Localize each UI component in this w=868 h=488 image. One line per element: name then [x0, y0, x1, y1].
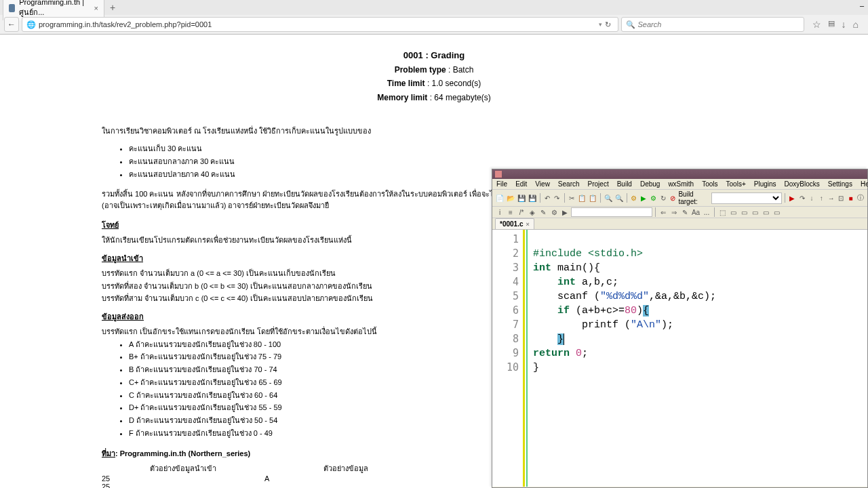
paste-icon[interactable]: 📋	[588, 193, 597, 203]
highlight-icon[interactable]: ✎	[538, 207, 548, 217]
undo-icon[interactable]: ↶	[543, 193, 551, 203]
sample-output-heading: ตัวอย่างข้อมูล	[264, 462, 427, 474]
separator	[600, 193, 601, 203]
block2-icon[interactable]: ▭	[739, 207, 749, 217]
debug-run-icon[interactable]: ▶	[788, 193, 796, 203]
code-editor[interactable]: 1 2 3 4 5 6 7 8 9 10 #include <stdio.h> …	[492, 229, 867, 487]
debug-break-icon[interactable]: ⊡	[837, 193, 845, 203]
address-bar: ← 🌐 programming.in.th/task/rev2_problem.…	[0, 15, 868, 34]
menu-plugins[interactable]: Plugins	[754, 180, 776, 188]
url-field[interactable]: 🌐 programming.in.th/task/rev2_problem.ph…	[22, 17, 618, 32]
problem-type-label: Problem type	[395, 65, 446, 75]
menu-build[interactable]: Build	[617, 180, 632, 188]
line-number: 5	[492, 289, 519, 304]
block1-icon[interactable]: ▭	[728, 207, 738, 217]
line-number: 3	[492, 261, 519, 275]
menu-help[interactable]: Help	[861, 180, 868, 188]
bookmarks-icon[interactable]: ▤	[828, 19, 835, 30]
code-token: 0	[570, 348, 582, 359]
problem-header: 0001 : Grading Problem type : Batch Time…	[102, 48, 766, 104]
line-number: 2	[492, 247, 519, 261]
reload-icon[interactable]: ↻	[602, 20, 614, 29]
rebuild-icon[interactable]: ↻	[659, 193, 667, 203]
buildrun-icon[interactable]: ⚙	[649, 193, 657, 203]
block5-icon[interactable]: ▭	[772, 207, 781, 217]
new-icon[interactable]: 📄	[495, 193, 505, 203]
new-tab-button[interactable]: +	[104, 2, 121, 13]
nav-back-icon[interactable]: ⇐	[658, 207, 668, 217]
file-tab[interactable]: *0001.c ×	[495, 218, 534, 229]
redo-icon[interactable]: ↷	[553, 193, 561, 203]
downloads-icon[interactable]: ↓	[842, 19, 846, 30]
menu-settings[interactable]: Settings	[828, 180, 852, 188]
menu-toolsplus[interactable]: Tools+	[726, 180, 746, 188]
menu-debug[interactable]: Debug	[640, 180, 660, 188]
star-icon[interactable]: ☆	[812, 19, 821, 30]
time-limit-value: : 1.0 second(s)	[427, 79, 481, 88]
code-text[interactable]: #include <stdio.h> int main(){ int a,b,c…	[528, 230, 720, 487]
find-icon[interactable]: 🔍	[604, 193, 613, 203]
debug-info-icon[interactable]: ⓘ	[856, 193, 865, 203]
menu-view[interactable]: View	[535, 180, 550, 188]
save-icon[interactable]: 💾	[517, 193, 526, 203]
menu-edit[interactable]: Edit	[515, 180, 527, 188]
menu-file[interactable]: File	[496, 180, 507, 188]
nav-fwd-icon[interactable]: ⇒	[669, 207, 679, 217]
menu-tools[interactable]: Tools	[702, 180, 717, 188]
toggle-icon[interactable]: i	[495, 207, 505, 217]
run-icon[interactable]: ▶	[639, 193, 648, 203]
copy-icon[interactable]: 📋	[577, 193, 587, 203]
search-field[interactable]: 🔍	[621, 17, 804, 32]
menu-doxyblocks[interactable]: DoxyBlocks	[785, 180, 820, 188]
bookmark-icon[interactable]: ◈	[528, 207, 537, 217]
sample-output-value: A	[264, 474, 427, 483]
window-minimize[interactable]: –	[860, 1, 864, 9]
select-icon[interactable]: ⬚	[717, 207, 727, 217]
letter-icon[interactable]: Aa	[691, 207, 701, 217]
home-icon[interactable]: ⌂	[853, 19, 859, 30]
line-number: 7	[492, 318, 519, 332]
comment-icon[interactable]: /*	[517, 207, 526, 217]
source-icon[interactable]: ≡	[506, 207, 515, 217]
more-icon[interactable]: ...	[702, 207, 711, 217]
build-icon[interactable]: ⚙	[630, 193, 638, 203]
config-icon[interactable]: ⚙	[549, 207, 559, 217]
debug-stop-icon[interactable]: ■	[846, 193, 854, 203]
block3-icon[interactable]: ▭	[750, 207, 760, 217]
menu-wxsmith[interactable]: wxSmith	[668, 180, 694, 188]
globe-icon: 🌐	[26, 20, 36, 29]
build-target-select[interactable]	[711, 192, 783, 204]
code-token: if	[557, 305, 570, 317]
debug-out-icon[interactable]: ↑	[817, 193, 825, 203]
ide-file-tabs: *0001.c ×	[492, 218, 867, 229]
memory-limit-label: Memory limit	[377, 93, 427, 102]
run2-icon[interactable]: ▶	[560, 207, 570, 217]
menu-search[interactable]: Search	[558, 180, 580, 188]
tab-title: Programming.in.th | ศูนย์ก...	[19, 0, 90, 18]
marker-icon[interactable]: ✎	[680, 207, 690, 217]
problem-type-value: : Batch	[448, 65, 473, 75]
ide-titlebar[interactable]	[492, 169, 867, 179]
intro-text: ในการเรียนวิชาคอมพิวเตอร์ ณ โรงเรียนแห่ง…	[102, 125, 766, 137]
debug-step-icon[interactable]: ↷	[797, 193, 806, 203]
debug-next-icon[interactable]: →	[827, 193, 835, 203]
abort-icon[interactable]: ⊘	[669, 193, 677, 203]
code-token: #include <stdio.h>	[533, 248, 643, 260]
cut-icon[interactable]: ✂	[567, 193, 575, 203]
saveall-icon[interactable]: 💾	[528, 193, 537, 203]
block4-icon[interactable]: ▭	[761, 207, 770, 217]
sample-input-value: 25	[102, 483, 264, 488]
source-label: ที่มา	[102, 449, 115, 458]
code-token: scanf (	[557, 291, 600, 302]
menu-project[interactable]: Project	[588, 180, 609, 188]
search-input[interactable]	[638, 20, 800, 28]
close-icon[interactable]: ×	[526, 221, 529, 228]
replace-icon[interactable]: 🔍	[614, 193, 624, 203]
open-icon[interactable]: 📂	[506, 193, 515, 203]
debug-into-icon[interactable]: ↓	[808, 193, 816, 203]
time-limit-label: Time limit	[387, 79, 425, 88]
close-icon[interactable]: ×	[94, 4, 98, 12]
code-token: a,b,c;	[576, 277, 618, 288]
quick-input[interactable]	[571, 207, 652, 217]
back-button[interactable]: ←	[4, 17, 19, 32]
